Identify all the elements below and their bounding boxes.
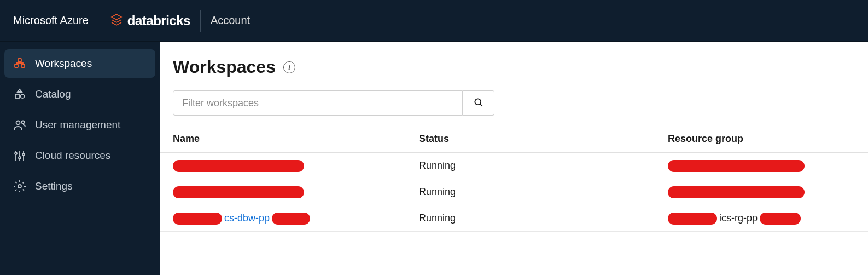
sidebar-item-label: Settings (35, 180, 73, 192)
svg-point-6 (16, 121, 20, 125)
gear-icon (13, 180, 26, 193)
workspace-name-cell[interactable] (173, 186, 419, 198)
column-header-resource-group[interactable]: Resource group (668, 133, 855, 145)
workspace-rg-cell: ics-rg-pp (668, 213, 855, 225)
workspace-name-text: cs-dbw-pp (224, 213, 270, 224)
workspace-name-cell[interactable] (173, 159, 419, 171)
filter-workspaces-input[interactable] (173, 90, 463, 116)
workspaces-icon (13, 57, 26, 70)
workspace-rg-text: ics-rg-pp (719, 213, 758, 224)
svg-rect-4 (15, 94, 19, 98)
sidebar-item-settings[interactable]: Settings (4, 172, 155, 200)
workspace-status-cell: Running (419, 186, 668, 198)
svg-line-16 (480, 104, 482, 106)
svg-rect-1 (21, 64, 25, 67)
svg-point-5 (21, 94, 25, 98)
search-icon (473, 97, 484, 110)
table-row[interactable]: Running (160, 153, 868, 179)
column-header-name[interactable]: Name (173, 133, 419, 145)
header-context-label: Account (201, 14, 250, 27)
page-header: Workspaces i (160, 57, 868, 90)
svg-rect-0 (15, 64, 18, 67)
workspace-rg-cell (668, 186, 855, 198)
redacted-text (272, 213, 310, 225)
redacted-text (173, 186, 304, 198)
workspace-rg-cell (668, 159, 855, 171)
svg-point-15 (475, 99, 481, 105)
sidebar-item-label: Workspaces (35, 58, 92, 70)
redacted-text (173, 160, 304, 172)
users-icon (13, 118, 26, 131)
catalog-icon (13, 88, 26, 101)
databricks-wordmark: databricks (127, 13, 190, 28)
table-row[interactable]: cs-dbw-pp Running ics-rg-pp (160, 205, 868, 232)
workspace-name-cell[interactable]: cs-dbw-pp (173, 213, 419, 225)
table-row[interactable]: Running (160, 179, 868, 205)
svg-point-14 (18, 185, 21, 188)
sliders-icon (13, 149, 26, 162)
workspaces-table: Name Status Resource group Running Runni… (160, 133, 868, 232)
sidebar-item-workspaces[interactable]: Workspaces (4, 49, 155, 78)
redacted-text (668, 160, 805, 172)
azure-brand: Microsoft Azure (13, 14, 100, 27)
redacted-text (668, 213, 717, 225)
info-icon[interactable]: i (283, 61, 295, 73)
redacted-text (668, 186, 805, 198)
main-content: Workspaces i Name Status Resource group (160, 42, 868, 275)
svg-marker-3 (18, 89, 22, 92)
workspace-status-cell: Running (419, 213, 668, 224)
sidebar-item-catalog[interactable]: Catalog (4, 80, 155, 108)
sidebar-item-user-management[interactable]: User management (4, 111, 155, 139)
header-bar: Microsoft Azure databricks Account (0, 0, 868, 42)
column-header-status[interactable]: Status (419, 133, 668, 145)
sidebar-nav: Workspaces Catalog User man (0, 42, 160, 275)
svg-point-7 (22, 121, 25, 124)
svg-point-12 (19, 157, 21, 159)
databricks-logo-block[interactable]: databricks (100, 13, 200, 28)
svg-rect-2 (18, 59, 21, 62)
svg-point-11 (15, 152, 17, 154)
sidebar-item-cloud-resources[interactable]: Cloud resources (4, 141, 155, 170)
databricks-icon (110, 13, 123, 28)
redacted-text (760, 213, 801, 225)
redacted-text (173, 213, 222, 225)
search-button[interactable] (463, 90, 494, 116)
sidebar-item-label: Cloud resources (35, 150, 110, 162)
table-header: Name Status Resource group (160, 133, 868, 153)
workspace-status-cell: Running (419, 160, 668, 171)
page-title: Workspaces (173, 57, 276, 77)
filter-row (160, 90, 868, 133)
sidebar-item-label: Catalog (35, 88, 71, 100)
sidebar-item-label: User management (35, 119, 120, 131)
svg-point-13 (22, 153, 25, 156)
